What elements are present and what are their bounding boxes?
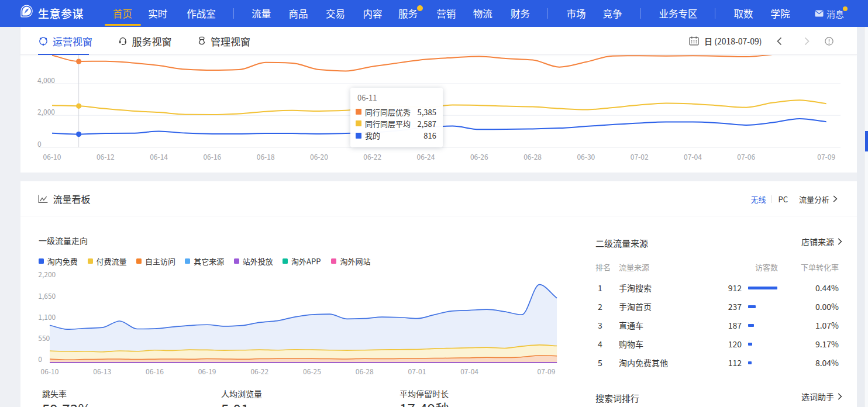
toggle-wireless[interactable]: 无线 xyxy=(750,194,766,205)
stat-value: 59.73% xyxy=(42,401,91,407)
legend-marker xyxy=(88,258,93,264)
tab-management-view[interactable]: 管理视窗 xyxy=(198,27,250,55)
chart-tooltip: 06-11 同行同层优秀5,385同行同层平均2,587我的816 xyxy=(350,88,443,147)
nav-divider xyxy=(640,8,641,19)
page-right-gutter xyxy=(857,27,868,407)
x-tick-label: 07-02 xyxy=(631,151,649,161)
view-tabbar: 运营视窗 服务视窗 管理视窗 xyxy=(20,27,857,55)
nav-item-服务[interactable]: 服务 xyxy=(398,0,418,27)
top-nav: 生意参谋 首页实时作战室流量商品交易内容服务营销物流财务市场竞争业务专区取数学院… xyxy=(0,0,868,27)
series-name: 我的 xyxy=(365,130,423,141)
nav-item-营销[interactable]: 营销 xyxy=(436,0,456,27)
chevron-right-icon xyxy=(833,195,838,202)
scrollbar-thumb[interactable] xyxy=(865,131,868,151)
legend-item-付费流量[interactable]: 付费流量 xyxy=(88,256,127,267)
shop-sources-link[interactable]: 店铺来源 xyxy=(801,236,842,247)
calendar-icon[interactable] xyxy=(689,36,699,46)
y-tick-label: 4,000 xyxy=(37,75,55,85)
date-label[interactable]: 日 (2018-07-09) xyxy=(704,35,762,47)
board-header: 流量看板 无线 PC 流量分析 xyxy=(20,181,857,216)
source-row-直通车[interactable]: 3直通车1871.07% xyxy=(20,316,857,334)
series-value: 816 xyxy=(423,130,436,141)
overview-card: 运营视窗 服务视窗 管理视窗 xyxy=(20,27,857,173)
col-header-rank: 排名 xyxy=(595,261,611,273)
toggle-pc[interactable]: PC xyxy=(778,194,788,205)
x-tick-label: 06-18 xyxy=(257,151,275,161)
nav-item-业务专区[interactable]: 业务专区 xyxy=(659,0,698,27)
x-tick-label: 07-06 xyxy=(737,151,755,161)
nav-item-作战室[interactable]: 作战室 xyxy=(187,0,216,27)
keyword-helper-link[interactable]: 选词助手 xyxy=(801,391,842,402)
tooltip-rows: 同行同层优秀5,385同行同层平均2,587我的816 xyxy=(356,106,436,142)
nav-item-取数[interactable]: 取数 xyxy=(734,0,753,27)
series-value: 5,385 xyxy=(418,106,436,118)
nav-message[interactable]: 消息 xyxy=(815,0,844,27)
chevron-right-icon xyxy=(804,37,810,46)
sync-icon xyxy=(39,36,48,46)
legend-marker xyxy=(39,258,44,264)
y-tick-label: 2,200 xyxy=(38,269,56,279)
source-visitors: 237 xyxy=(700,297,742,316)
tab-operation-label: 运营视窗 xyxy=(53,34,92,49)
source-visitors: 112 xyxy=(700,353,742,372)
source-row-手淘首页[interactable]: 2手淘首页2370.00% xyxy=(20,297,857,316)
source-name: 手淘搜索 xyxy=(619,278,652,297)
keywords-title: 搜索词排行 xyxy=(595,392,639,404)
seal-icon xyxy=(198,36,206,46)
source-row-手淘搜索[interactable]: 1手淘搜索9120.44% xyxy=(20,278,857,297)
nav-divider xyxy=(715,8,715,19)
envelope-icon xyxy=(815,10,824,17)
legend-item-淘外APP[interactable]: 淘外APP xyxy=(283,256,321,267)
x-tick-label: 06-30 xyxy=(577,151,595,161)
tab-service-view[interactable]: 服务视窗 xyxy=(118,27,172,55)
y-tick-label: 0 xyxy=(37,139,42,149)
nav-item-财务[interactable]: 财务 xyxy=(511,0,530,27)
traffic-analysis-link[interactable]: 流量分析 xyxy=(799,194,838,205)
source-conversion: 8.04% xyxy=(787,353,839,372)
nav-item-学院[interactable]: 学院 xyxy=(771,0,790,27)
source-conversion: 0.00% xyxy=(787,297,839,316)
source-row-购物车[interactable]: 4购物车1209.17% xyxy=(20,334,857,353)
legend-item-淘内免费[interactable]: 淘内免费 xyxy=(39,256,78,267)
date-value: (2018-07-09) xyxy=(714,35,762,47)
stat-bounce-rate: 跳失率 59.73% xyxy=(42,388,91,407)
legend-item-其它来源[interactable]: 其它来源 xyxy=(185,256,224,267)
next-date-button[interactable] xyxy=(804,37,810,46)
info-button[interactable] xyxy=(825,37,833,46)
sources-table-title: 二级流量来源 xyxy=(595,237,648,249)
nav-item-流量[interactable]: 流量 xyxy=(252,0,271,27)
visitors-bar xyxy=(748,324,754,327)
nav-item-内容[interactable]: 内容 xyxy=(363,0,383,27)
source-row-淘内免费其他[interactable]: 5淘内免费其他1128.04% xyxy=(20,353,857,372)
y-tick-label: 2,000 xyxy=(37,106,55,116)
source-visitors: 120 xyxy=(700,334,742,353)
tab-operation-view[interactable]: 运营视窗 xyxy=(39,27,92,55)
x-tick-label: 06-12 xyxy=(97,151,115,161)
nav-item-物流[interactable]: 物流 xyxy=(473,0,492,27)
nav-item-竞争[interactable]: 竞争 xyxy=(603,0,622,27)
nav-item-市场[interactable]: 市场 xyxy=(566,0,585,27)
message-badge-dot xyxy=(843,6,848,11)
nav-item-首页[interactable]: 首页 xyxy=(113,0,132,27)
prev-date-button[interactable] xyxy=(776,37,782,46)
legend-marker xyxy=(283,258,288,264)
scrollbar-track[interactable] xyxy=(864,27,868,407)
source-visitors: 187 xyxy=(700,316,742,334)
tooltip-row: 同行同层优秀5,385 xyxy=(356,106,436,118)
nav-item-商品[interactable]: 商品 xyxy=(289,0,308,27)
visitors-bar xyxy=(748,287,777,289)
legend-item-自主访问[interactable]: 自主访问 xyxy=(136,256,175,267)
legend-item-淘外网站[interactable]: 淘外网站 xyxy=(331,256,370,267)
legend-item-站外投放[interactable]: 站外投放 xyxy=(234,256,273,267)
nav-item-交易[interactable]: 交易 xyxy=(326,0,345,27)
col-header-source: 流量来源 xyxy=(619,261,649,273)
legend-label: 淘外网站 xyxy=(340,256,370,267)
legend-label: 其它来源 xyxy=(194,256,224,267)
series-line-同行同层优秀 xyxy=(52,55,826,71)
source-rank: 5 xyxy=(594,353,606,372)
nav-item-实时[interactable]: 实时 xyxy=(148,0,167,27)
source-rank: 2 xyxy=(594,297,606,316)
series-marker xyxy=(356,133,361,139)
legend-marker xyxy=(234,258,239,264)
x-tick-label: 06-22 xyxy=(363,151,381,161)
